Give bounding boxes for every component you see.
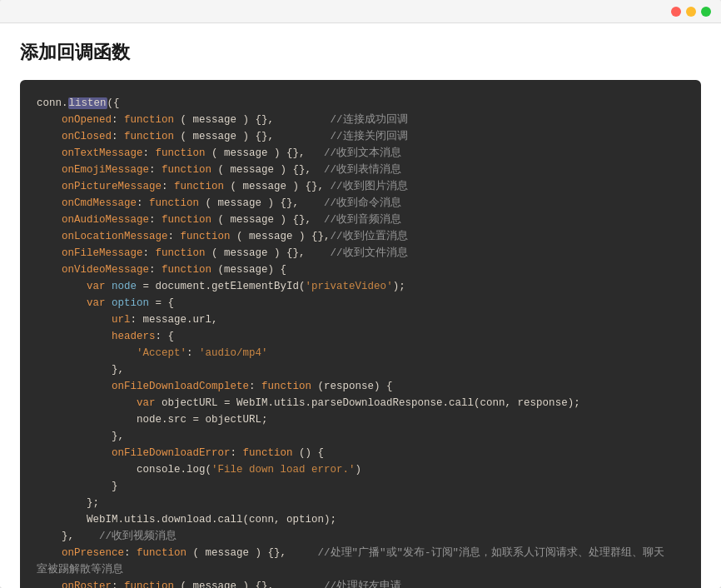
- code-line-25: };: [37, 495, 684, 511]
- code-text: :: [231, 447, 243, 459]
- code-line-2: onOpened: function ( message ) {}, //连接成…: [37, 112, 684, 128]
- code-text: onClosed: [62, 131, 112, 142]
- code-text: onTextMessage: [62, 147, 143, 159]
- code-line-23: console.log('File down load error.'): [37, 461, 684, 478]
- code-text: :: [162, 181, 174, 192]
- code-comment: //处理"广播"或"发布-订阅"消息，如联系人订阅请求、处理群组、聊天: [318, 547, 665, 559]
- close-btn[interactable]: [671, 7, 681, 17]
- code-text: onVideoMessage: [62, 264, 149, 276]
- code-comment: //收到命令消息: [324, 197, 401, 209]
- code-line-27: }, //收到视频消息: [37, 528, 684, 545]
- code-line-17: },: [37, 361, 684, 378]
- code-text: :: [249, 381, 261, 392]
- code-line-4: onTextMessage: function ( message ) {}, …: [37, 145, 684, 162]
- code-text: }: [112, 481, 118, 492]
- code-keyword: function: [162, 264, 211, 276]
- code-line-28: onPresence: function ( message ) {}, //处…: [37, 545, 684, 561]
- code-text: onFileMessage: [62, 247, 143, 259]
- code-text: onPictureMessage: [62, 181, 162, 192]
- code-text: :: [168, 231, 181, 242]
- code-text: onOpened: [62, 114, 112, 126]
- code-keyword: function: [156, 247, 206, 259]
- page-title: 添加回调函数: [20, 40, 701, 65]
- code-text: onFileDownloadError: [112, 447, 231, 459]
- code-keyword: function: [124, 114, 174, 126]
- code-text: ( message ) {},: [174, 114, 331, 126]
- code-text: () {: [293, 447, 325, 459]
- code-text: node.src = objectURL;: [137, 414, 268, 426]
- code-text: onLocationMessage: [62, 231, 168, 242]
- code-text: onPresence: [62, 547, 124, 559]
- code-line-16: 'Accept': 'audio/mp4': [37, 345, 684, 361]
- code-line-20: node.src = objectURL;: [37, 411, 684, 428]
- code-comment: //收到位置消息: [331, 231, 408, 242]
- code-text: = {: [149, 297, 174, 309]
- code-comment: //处理好友申请: [324, 581, 401, 588]
- code-text: console.log(: [137, 464, 211, 476]
- code-text: ({: [107, 97, 120, 109]
- code-text: :: [143, 147, 156, 159]
- code-text: ( message ) {},: [211, 164, 324, 176]
- code-text: :: [112, 114, 124, 126]
- code-text: node: [112, 281, 137, 292]
- code-comment: //收到图片消息: [331, 181, 408, 192]
- code-line-13: var option = {: [37, 295, 684, 311]
- content-area: 添加回调函数 conn.listen({ onOpened: function …: [0, 23, 721, 588]
- code-keyword: var: [87, 281, 106, 292]
- code-keyword: function: [261, 381, 311, 392]
- code-highlight: listen: [68, 97, 107, 109]
- code-text: headers: [112, 331, 156, 342]
- code-text: :: [124, 547, 137, 559]
- code-line-21: },: [37, 428, 684, 445]
- code-line-22: onFileDownloadError: function () {: [37, 445, 684, 461]
- code-text: :: [112, 131, 124, 142]
- code-string: 'Accept': [137, 347, 186, 359]
- code-comment: //收到文件消息: [331, 247, 408, 259]
- code-line-19: var objectURL = WebIM.utils.parseDownloa…: [37, 395, 684, 411]
- code-text: option: [112, 297, 149, 309]
- code-keyword: function: [124, 131, 174, 142]
- code-text: : message.url,: [131, 314, 218, 326]
- code-text: objectURL = WebIM.utils.parseDownloadRes…: [156, 397, 580, 409]
- main-window: 添加回调函数 conn.listen({ onOpened: function …: [0, 0, 721, 588]
- code-text: ( message ) {},: [186, 547, 318, 559]
- code-line-1: conn.listen({: [37, 95, 684, 112]
- code-comment: //收到表情消息: [324, 164, 401, 176]
- minimize-btn[interactable]: [686, 7, 696, 17]
- code-keyword: function: [137, 547, 186, 559]
- code-text: :: [149, 164, 162, 176]
- maximize-btn[interactable]: [701, 7, 711, 17]
- code-keyword: function: [174, 181, 224, 192]
- code-text: },: [62, 531, 99, 542]
- code-line-11: onVideoMessage: function (message) {: [37, 262, 684, 278]
- code-comment: 室被踢解散等消息: [37, 564, 123, 576]
- code-keyword: function: [181, 231, 231, 242]
- code-keyword: var: [137, 397, 156, 409]
- code-text: :: [149, 264, 162, 276]
- code-keyword: function: [162, 164, 211, 176]
- code-text: },: [112, 431, 124, 442]
- code-line-18: onFileDownloadComplete: function (respon…: [37, 378, 684, 395]
- code-line-9: onLocationMessage: function ( message ) …: [37, 228, 684, 245]
- code-keyword: var: [87, 297, 106, 309]
- code-text: [106, 297, 112, 309]
- code-text: onCmdMessage: [62, 197, 137, 209]
- code-line-30: onRoster: function ( message ) {}, //处理好…: [37, 578, 684, 588]
- code-text: onRoster: [62, 581, 112, 588]
- code-string: 'File down load error.': [211, 464, 356, 476]
- code-text: ( message ) {},: [231, 231, 331, 242]
- code-text: },: [112, 364, 124, 376]
- code-text: conn.: [37, 97, 68, 109]
- code-text: ( message ) {},: [211, 214, 324, 226]
- code-line-10: onFileMessage: function ( message ) {}, …: [37, 245, 684, 262]
- code-text: url: [112, 314, 131, 326]
- code-line-29: 室被踢解散等消息: [37, 561, 684, 578]
- code-keyword: function: [243, 447, 293, 459]
- titlebar: [0, 0, 721, 23]
- code-text: [106, 281, 112, 292]
- code-text: (message) {: [211, 264, 286, 276]
- code-keyword: function: [124, 581, 174, 588]
- code-text: ): [356, 464, 362, 476]
- code-text: ( message ) {},: [224, 181, 331, 192]
- code-text: ( message ) {},: [206, 247, 331, 259]
